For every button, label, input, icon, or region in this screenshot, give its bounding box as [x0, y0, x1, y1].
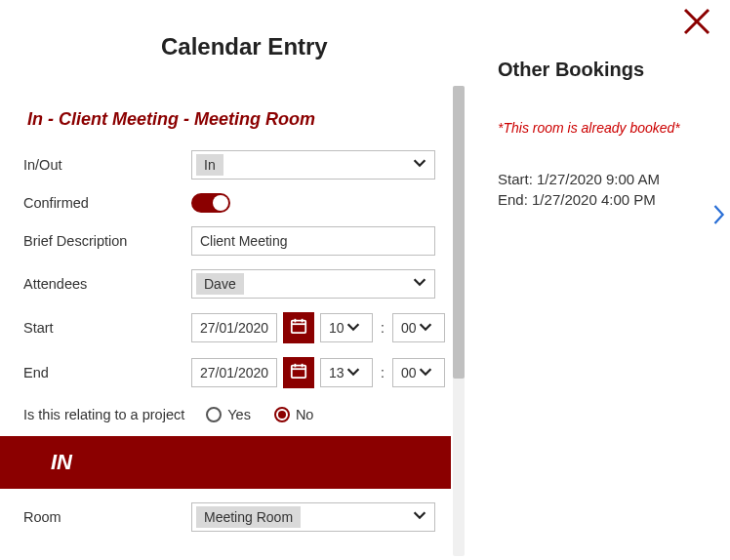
- label-end: End: [23, 365, 191, 380]
- chevron-down-icon: [411, 273, 428, 295]
- field-project: Is this relating to a project Yes No: [0, 395, 451, 436]
- page-title: Calendar Entry: [0, 0, 730, 60]
- label-room: Room: [23, 509, 191, 525]
- radio-project-no[interactable]: [274, 407, 290, 422]
- other-bookings-title: Other Bookings: [498, 59, 724, 81]
- select-in-out[interactable]: In: [191, 150, 435, 180]
- label-description: Brief Description: [23, 233, 191, 249]
- form-scroll-content: In - Client Meeting - Meeting Room In/Ou…: [0, 82, 451, 560]
- field-attendees: Attendees Dave: [0, 262, 451, 305]
- label-in-out: In/Out: [23, 157, 191, 173]
- time-separator: :: [379, 320, 386, 336]
- label-attendees: Attendees: [23, 276, 191, 292]
- start-value: 1/27/2020 9:00 AM: [537, 171, 660, 187]
- label-start: Start: [23, 320, 191, 336]
- calendar-icon: [290, 317, 307, 339]
- chevron-down-icon: [411, 154, 428, 176]
- end-date-picker-button[interactable]: [283, 357, 314, 388]
- other-bookings-panel: Other Bookings *This room is already boo…: [490, 59, 724, 212]
- end-value: 1/27/2020 4:00 PM: [532, 191, 656, 208]
- chevron-down-icon: [417, 318, 434, 339]
- radio-label-no: No: [296, 407, 314, 422]
- field-end: End 27/01/2020 13 : 00: [0, 350, 451, 395]
- select-start-hour[interactable]: 10: [320, 313, 373, 342]
- select-start-minute[interactable]: 00: [392, 313, 445, 342]
- toggle-confirmed[interactable]: [191, 193, 230, 213]
- form-panel: In - Client Meeting - Meeting Room In/Ou…: [0, 82, 466, 560]
- svg-rect-2: [292, 321, 305, 334]
- end-hour-value: 13: [329, 365, 345, 380]
- scrollbar-thumb[interactable]: [453, 86, 465, 379]
- field-start: Start 27/01/2020 10 : 00: [0, 305, 451, 350]
- time-separator: :: [379, 365, 386, 380]
- start-label: Start:: [498, 171, 533, 187]
- close-icon: [681, 23, 712, 40]
- other-booking-end: End: 1/27/2020 4:00 PM: [498, 191, 724, 208]
- select-attendees[interactable]: Dave: [191, 269, 435, 299]
- chevron-down-icon: [345, 363, 362, 383]
- field-room: Room Meeting Room: [0, 489, 451, 539]
- chevron-down-icon: [411, 506, 428, 528]
- end-minute-value: 00: [401, 365, 417, 380]
- radio-label-yes: Yes: [227, 407, 251, 422]
- svg-rect-6: [292, 366, 305, 379]
- select-end-hour[interactable]: 13: [320, 358, 373, 387]
- start-minute-value: 00: [401, 320, 417, 336]
- input-description[interactable]: Client Meeting: [191, 226, 435, 256]
- other-booking-start: Start: 1/27/2020 9:00 AM: [498, 171, 724, 187]
- label-project-question: Is this relating to a project: [23, 407, 184, 422]
- label-confirmed: Confirmed: [23, 195, 191, 211]
- chevron-right-icon: [710, 215, 728, 231]
- select-end-minute[interactable]: 00: [392, 358, 445, 387]
- radio-project-yes[interactable]: [206, 407, 222, 422]
- next-booking-button[interactable]: [710, 201, 728, 232]
- input-start-date[interactable]: 27/01/2020: [191, 313, 277, 342]
- end-label: End:: [498, 191, 528, 208]
- field-in-out: In/Out In: [0, 143, 451, 186]
- calendar-icon: [290, 362, 307, 383]
- select-room[interactable]: Meeting Room: [191, 502, 435, 532]
- chevron-down-icon: [417, 363, 434, 383]
- start-date-picker-button[interactable]: [283, 312, 314, 343]
- select-in-out-value: In: [196, 154, 223, 176]
- scrollbar-track[interactable]: [453, 86, 465, 556]
- select-attendees-value: Dave: [196, 273, 244, 295]
- chevron-down-icon: [345, 318, 362, 339]
- start-hour-value: 10: [329, 320, 345, 336]
- in-out-banner: IN: [0, 436, 451, 489]
- close-button[interactable]: [681, 6, 712, 37]
- field-description: Brief Description Client Meeting: [0, 220, 451, 262]
- field-confirmed: Confirmed: [0, 186, 451, 220]
- booking-conflict-warning: *This room is already booked*: [498, 120, 724, 136]
- entry-summary: In - Client Meeting - Meeting Room: [0, 100, 451, 143]
- select-room-value: Meeting Room: [196, 506, 301, 528]
- input-end-date[interactable]: 27/01/2020: [191, 358, 277, 387]
